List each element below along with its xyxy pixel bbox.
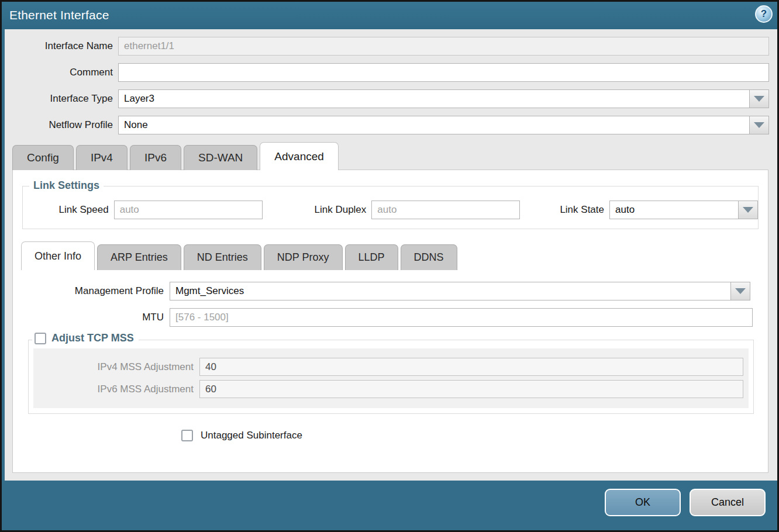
tab-advanced[interactable]: Advanced (260, 142, 339, 170)
link-speed-field[interactable] (114, 201, 263, 219)
chevron-down-icon (754, 96, 764, 102)
chevron-down-icon (735, 288, 746, 294)
interface-name-label: Interface Name (5, 40, 118, 52)
mtu-label: MTU (13, 312, 170, 323)
ipv4-mss-field (199, 358, 743, 376)
ethernet-interface-dialog: Ethernet Interface ? Interface Name Comm… (0, 0, 779, 532)
link-duplex-label: Link Duplex (263, 204, 372, 216)
management-profile-label: Management Profile (13, 285, 170, 297)
dialog-title: Ethernet Interface (9, 8, 109, 22)
netflow-profile-label: Netflow Profile (5, 119, 118, 131)
dialog-footer: OK Cancel (2, 481, 777, 530)
link-speed-label: Link Speed (23, 204, 114, 216)
subtab-other-info[interactable]: Other Info (21, 241, 95, 270)
sub-tab-bar: Other Info ARP Entries ND Entries NDP Pr… (21, 241, 768, 270)
netflow-profile-row: Netflow Profile (5, 116, 777, 134)
management-profile-field[interactable] (170, 282, 731, 300)
subtab-nd-entries[interactable]: ND Entries (184, 244, 261, 270)
link-state-label: Link State (520, 204, 609, 216)
untagged-subinterface-row: Untagged Subinterface (181, 430, 768, 441)
management-profile-row: Management Profile (13, 282, 768, 300)
subtab-lldp[interactable]: LLDP (345, 244, 398, 270)
cancel-button[interactable]: Cancel (690, 489, 766, 516)
subtab-ddns[interactable]: DDNS (401, 244, 457, 270)
interface-type-label: Interface Type (5, 93, 118, 105)
adjust-tcp-mss-checkbox[interactable] (35, 333, 46, 344)
mtu-row: MTU (13, 308, 768, 327)
ipv4-mss-row: IPv4 MSS Adjustment (33, 358, 749, 376)
tab-config[interactable]: Config (12, 145, 74, 170)
link-duplex-field[interactable] (371, 201, 520, 219)
link-state-dropdown-button[interactable] (739, 201, 758, 219)
link-state-field[interactable] (609, 201, 739, 219)
link-settings-legend: Link Settings (29, 179, 104, 192)
ipv6-mss-row: IPv6 MSS Adjustment (33, 380, 749, 398)
ipv6-mss-label: IPv6 MSS Adjustment (33, 384, 199, 395)
ipv4-mss-label: IPv4 MSS Adjustment (33, 361, 199, 373)
subtab-ndp-proxy[interactable]: NDP Proxy (264, 244, 343, 270)
comment-row: Comment (5, 63, 777, 82)
interface-type-dropdown-button[interactable] (750, 89, 769, 108)
tab-ipv4[interactable]: IPv4 (76, 145, 127, 170)
comment-label: Comment (5, 67, 118, 78)
untagged-subinterface-checkbox[interactable] (181, 430, 193, 441)
tab-sdwan[interactable]: SD-WAN (184, 145, 257, 170)
tab-ipv6[interactable]: IPv6 (130, 145, 181, 170)
chevron-down-icon (743, 207, 753, 213)
ipv6-mss-field (199, 380, 743, 398)
link-settings-fieldset: Link Settings Link Speed Link Duplex Lin… (22, 186, 759, 229)
netflow-profile-field[interactable] (118, 116, 750, 134)
adjust-tcp-mss-fieldset: Adjust TCP MSS IPv4 MSS Adjustment IPv6 … (28, 340, 754, 414)
mtu-field[interactable] (170, 308, 753, 327)
ok-button[interactable]: OK (605, 489, 681, 516)
adjust-tcp-mss-legend-text: Adjust TCP MSS (51, 332, 134, 344)
interface-name-row: Interface Name (5, 37, 777, 56)
chevron-down-icon (754, 122, 764, 128)
untagged-subinterface-label: Untagged Subinterface (201, 430, 302, 441)
interface-name-field (118, 37, 769, 56)
interface-type-field[interactable] (118, 89, 750, 108)
interface-type-row: Interface Type (5, 89, 777, 108)
management-profile-dropdown-button[interactable] (731, 282, 750, 300)
dialog-body: Interface Name Comment Interface Type Ne… (5, 29, 777, 481)
titlebar: Ethernet Interface ? (2, 2, 777, 29)
adjust-tcp-mss-legend: Adjust TCP MSS (32, 332, 139, 344)
comment-field[interactable] (118, 63, 769, 82)
netflow-profile-dropdown-button[interactable] (750, 116, 769, 134)
mss-disabled-area: IPv4 MSS Adjustment IPv6 MSS Adjustment (33, 348, 749, 408)
advanced-tab-panel: Link Settings Link Speed Link Duplex Lin… (12, 170, 768, 473)
main-tab-bar: Config IPv4 IPv6 SD-WAN Advanced (12, 142, 777, 170)
help-icon[interactable]: ? (755, 5, 773, 23)
subtab-arp-entries[interactable]: ARP Entries (97, 244, 181, 270)
